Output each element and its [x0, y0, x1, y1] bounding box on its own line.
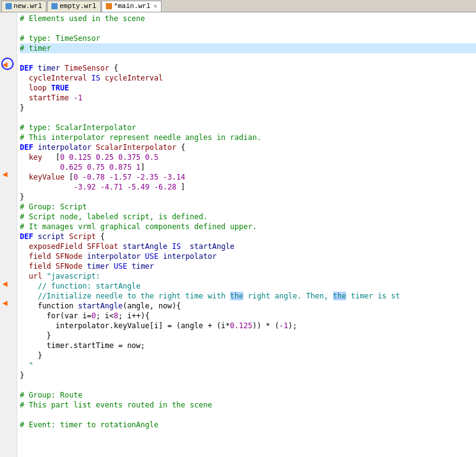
arrow-marker-3: ◄ — [2, 280, 7, 289]
code-editor[interactable]: # Elements used in the scene # type: Tim… — [17, 12, 476, 457]
tab-close-main[interactable]: ✕ — [154, 2, 157, 10]
tab-bar: new.wrl empty.wrl *main.wrl ✕ — [0, 0, 476, 12]
tab-new-wrl[interactable]: new.wrl — [1, 1, 46, 12]
tab-label-main: *main.wrl — [114, 2, 150, 10]
arrow-marker-1: ◄ — [2, 61, 7, 69]
tab-icon-empty — [51, 3, 58, 9]
tab-icon-main — [106, 3, 112, 9]
tab-main-wrl[interactable]: *main.wrl ✕ — [102, 1, 162, 12]
arrow-marker-4: ◄ — [2, 299, 7, 308]
left-margin: ◄ ◄ ◄ ◄ — [0, 12, 17, 457]
tab-empty-wrl[interactable]: empty.wrl — [47, 1, 100, 12]
tab-label-new: new.wrl — [14, 2, 42, 10]
arrow-marker-2: ◄ — [2, 170, 7, 179]
code-content: # Elements used in the scene # type: Tim… — [17, 12, 476, 431]
tab-icon-new — [6, 3, 12, 9]
tab-label-empty: empty.wrl — [59, 2, 96, 10]
editor-container: ◄ ◄ ◄ ◄ # Elements used in the scene # t… — [0, 12, 476, 457]
